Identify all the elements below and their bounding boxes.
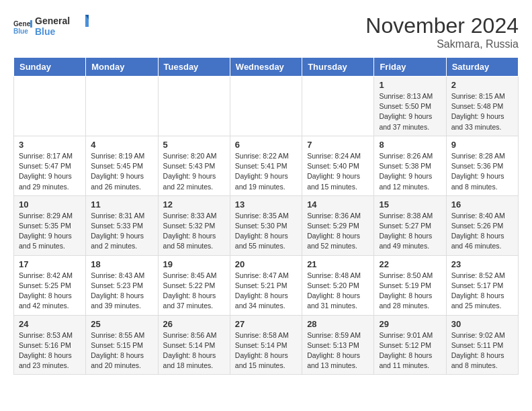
calendar-cell: 21Sunrise: 8:48 AMSunset: 5:20 PMDayligh… xyxy=(302,255,374,315)
day-info: Sunrise: 8:58 AMSunset: 5:14 PMDaylight:… xyxy=(235,330,297,371)
calendar-cell: 24Sunrise: 8:53 AMSunset: 5:16 PMDayligh… xyxy=(14,315,86,375)
day-info: Sunrise: 8:43 AMSunset: 5:23 PMDaylight:… xyxy=(91,271,152,312)
calendar-cell: 8Sunrise: 8:26 AMSunset: 5:38 PMDaylight… xyxy=(374,136,446,195)
calendar-cell: 19Sunrise: 8:45 AMSunset: 5:22 PMDayligh… xyxy=(158,255,230,315)
weekday-header-sunday: Sunday xyxy=(14,58,86,77)
day-info: Sunrise: 8:13 AMSunset: 5:50 PMDaylight:… xyxy=(379,91,441,132)
weekday-header-wednesday: Wednesday xyxy=(230,58,302,77)
day-number: 25 xyxy=(91,319,152,329)
logo: General Blue General Blue xyxy=(13,13,89,42)
calendar-cell: 14Sunrise: 8:36 AMSunset: 5:29 PMDayligh… xyxy=(302,195,374,255)
weekday-header-tuesday: Tuesday xyxy=(158,58,230,77)
calendar-cell: 3Sunrise: 8:17 AMSunset: 5:47 PMDaylight… xyxy=(14,136,86,195)
day-info: Sunrise: 8:35 AMSunset: 5:30 PMDaylight:… xyxy=(235,211,297,252)
day-number: 24 xyxy=(19,319,81,329)
calendar-cell: 16Sunrise: 8:40 AMSunset: 5:26 PMDayligh… xyxy=(446,195,518,255)
day-number: 15 xyxy=(379,199,441,210)
calendar-cell: 30Sunrise: 9:02 AMSunset: 5:11 PMDayligh… xyxy=(446,315,518,375)
day-number: 9 xyxy=(451,140,513,150)
svg-text:General: General xyxy=(13,21,32,28)
day-number: 18 xyxy=(91,259,152,269)
day-number: 16 xyxy=(451,199,513,210)
page-header: General Blue General Blue November 2024 … xyxy=(13,13,519,50)
day-number: 26 xyxy=(163,319,225,329)
day-info: Sunrise: 8:33 AMSunset: 5:32 PMDaylight:… xyxy=(163,211,225,252)
calendar-table: SundayMondayTuesdayWednesdayThursdayFrid… xyxy=(13,57,519,375)
svg-text:General: General xyxy=(35,15,70,26)
day-number: 1 xyxy=(379,80,441,90)
calendar-cell: 25Sunrise: 8:55 AMSunset: 5:15 PMDayligh… xyxy=(86,315,158,375)
day-number: 8 xyxy=(379,140,441,150)
calendar-cell: 27Sunrise: 8:58 AMSunset: 5:14 PMDayligh… xyxy=(230,315,302,375)
day-number: 6 xyxy=(235,140,297,150)
weekday-header-saturday: Saturday xyxy=(446,58,518,77)
calendar-cell xyxy=(14,77,86,136)
day-number: 28 xyxy=(307,319,369,329)
day-number: 21 xyxy=(307,259,369,269)
day-number: 29 xyxy=(379,319,441,329)
day-number: 14 xyxy=(307,199,369,210)
calendar-cell: 29Sunrise: 9:01 AMSunset: 5:12 PMDayligh… xyxy=(374,315,446,375)
day-info: Sunrise: 8:36 AMSunset: 5:29 PMDaylight:… xyxy=(307,211,369,252)
calendar-cell: 11Sunrise: 8:31 AMSunset: 5:33 PMDayligh… xyxy=(86,195,158,255)
calendar-cell: 1Sunrise: 8:13 AMSunset: 5:50 PMDaylight… xyxy=(374,77,446,136)
day-info: Sunrise: 8:59 AMSunset: 5:13 PMDaylight:… xyxy=(307,330,369,371)
calendar-week-1: 1Sunrise: 8:13 AMSunset: 5:50 PMDaylight… xyxy=(14,77,519,136)
calendar-cell xyxy=(86,77,158,136)
calendar-cell xyxy=(230,77,302,136)
day-info: Sunrise: 8:31 AMSunset: 5:33 PMDaylight:… xyxy=(91,211,152,252)
day-info: Sunrise: 8:29 AMSunset: 5:35 PMDaylight:… xyxy=(19,211,81,252)
calendar-cell xyxy=(302,77,374,136)
calendar-cell: 20Sunrise: 8:47 AMSunset: 5:21 PMDayligh… xyxy=(230,255,302,315)
day-number: 11 xyxy=(91,199,152,210)
day-info: Sunrise: 8:15 AMSunset: 5:48 PMDaylight:… xyxy=(451,91,513,132)
day-info: Sunrise: 8:22 AMSunset: 5:41 PMDaylight:… xyxy=(235,151,297,192)
day-info: Sunrise: 8:40 AMSunset: 5:26 PMDaylight:… xyxy=(451,211,513,252)
logo-icon: General Blue xyxy=(13,18,32,37)
day-number: 3 xyxy=(19,140,81,150)
calendar-cell: 22Sunrise: 8:50 AMSunset: 5:19 PMDayligh… xyxy=(374,255,446,315)
day-info: Sunrise: 8:47 AMSunset: 5:21 PMDaylight:… xyxy=(235,271,297,312)
day-number: 13 xyxy=(235,199,297,210)
calendar-cell: 6Sunrise: 8:22 AMSunset: 5:41 PMDaylight… xyxy=(230,136,302,195)
logo-svg: General Blue xyxy=(35,13,89,39)
day-info: Sunrise: 8:53 AMSunset: 5:16 PMDaylight:… xyxy=(19,330,81,371)
day-number: 4 xyxy=(91,140,152,150)
weekday-header-thursday: Thursday xyxy=(302,58,374,77)
calendar-cell: 7Sunrise: 8:24 AMSunset: 5:40 PMDaylight… xyxy=(302,136,374,195)
svg-text:Blue: Blue xyxy=(13,28,28,36)
calendar-cell: 10Sunrise: 8:29 AMSunset: 5:35 PMDayligh… xyxy=(14,195,86,255)
day-info: Sunrise: 8:45 AMSunset: 5:22 PMDaylight:… xyxy=(163,271,225,312)
day-info: Sunrise: 8:42 AMSunset: 5:25 PMDaylight:… xyxy=(19,271,81,312)
day-number: 27 xyxy=(235,319,297,329)
calendar-week-2: 3Sunrise: 8:17 AMSunset: 5:47 PMDaylight… xyxy=(14,136,519,195)
calendar-cell: 17Sunrise: 8:42 AMSunset: 5:25 PMDayligh… xyxy=(14,255,86,315)
location: Sakmara, Russia xyxy=(365,38,519,50)
day-number: 2 xyxy=(451,80,513,90)
day-info: Sunrise: 9:02 AMSunset: 5:11 PMDaylight:… xyxy=(451,330,513,371)
day-info: Sunrise: 8:55 AMSunset: 5:15 PMDaylight:… xyxy=(91,330,152,371)
day-info: Sunrise: 8:48 AMSunset: 5:20 PMDaylight:… xyxy=(307,271,369,312)
month-title: November 2024 xyxy=(365,13,519,38)
calendar-cell: 2Sunrise: 8:15 AMSunset: 5:48 PMDaylight… xyxy=(446,77,518,136)
calendar-cell xyxy=(158,77,230,136)
calendar-cell: 13Sunrise: 8:35 AMSunset: 5:30 PMDayligh… xyxy=(230,195,302,255)
calendar-cell: 4Sunrise: 8:19 AMSunset: 5:45 PMDaylight… xyxy=(86,136,158,195)
day-number: 5 xyxy=(163,140,225,150)
calendar-cell: 26Sunrise: 8:56 AMSunset: 5:14 PMDayligh… xyxy=(158,315,230,375)
calendar-cell: 9Sunrise: 8:28 AMSunset: 5:36 PMDaylight… xyxy=(446,136,518,195)
day-info: Sunrise: 8:20 AMSunset: 5:43 PMDaylight:… xyxy=(163,151,225,192)
day-info: Sunrise: 8:50 AMSunset: 5:19 PMDaylight:… xyxy=(379,271,441,312)
day-info: Sunrise: 8:56 AMSunset: 5:14 PMDaylight:… xyxy=(163,330,225,371)
title-block: November 2024 Sakmara, Russia xyxy=(365,13,519,50)
day-info: Sunrise: 8:24 AMSunset: 5:40 PMDaylight:… xyxy=(307,151,369,192)
day-info: Sunrise: 8:28 AMSunset: 5:36 PMDaylight:… xyxy=(451,151,513,192)
day-number: 23 xyxy=(451,259,513,269)
day-info: Sunrise: 8:38 AMSunset: 5:27 PMDaylight:… xyxy=(379,211,441,252)
calendar-cell: 12Sunrise: 8:33 AMSunset: 5:32 PMDayligh… xyxy=(158,195,230,255)
day-number: 12 xyxy=(163,199,225,210)
calendar-cell: 18Sunrise: 8:43 AMSunset: 5:23 PMDayligh… xyxy=(86,255,158,315)
day-info: Sunrise: 8:19 AMSunset: 5:45 PMDaylight:… xyxy=(91,151,152,192)
calendar-week-4: 17Sunrise: 8:42 AMSunset: 5:25 PMDayligh… xyxy=(14,255,519,315)
calendar-week-3: 10Sunrise: 8:29 AMSunset: 5:35 PMDayligh… xyxy=(14,195,519,255)
